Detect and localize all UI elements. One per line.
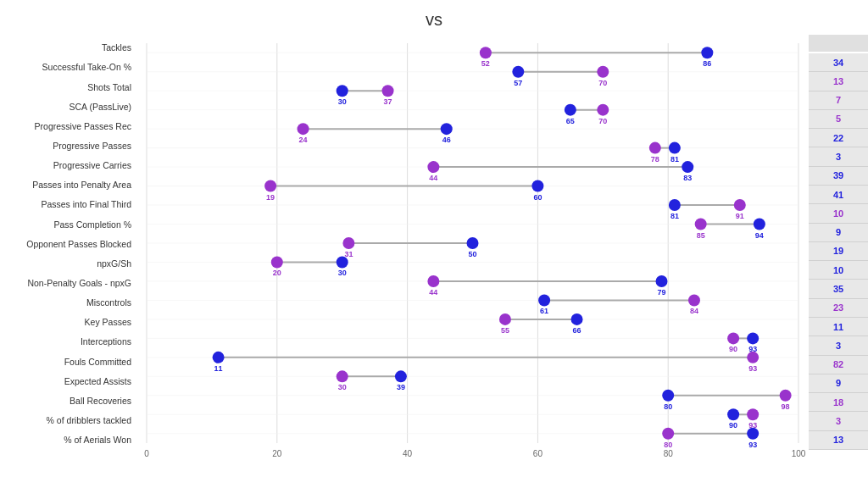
svg-text:30: 30 bbox=[338, 97, 347, 106]
svg-text:60: 60 bbox=[533, 193, 542, 202]
svg-point-50 bbox=[565, 104, 576, 116]
svg-point-120 bbox=[395, 370, 407, 382]
svg-point-94 bbox=[427, 275, 439, 287]
svg-text:100: 100 bbox=[792, 449, 806, 458]
svg-text:93: 93 bbox=[748, 441, 757, 449]
metric-label: Passes into Final Third bbox=[0, 197, 136, 214]
metric-label: Progressive Passes bbox=[0, 137, 136, 154]
svg-point-49 bbox=[597, 104, 609, 116]
svg-text:20: 20 bbox=[273, 269, 281, 277]
chart-container: vs TacklesSuccessful Take-On %Shots Tota… bbox=[0, 0, 868, 488]
svg-point-45 bbox=[337, 85, 348, 97]
metric-label: Expected Assists bbox=[0, 373, 136, 390]
metric-label: Ball Recoveries bbox=[0, 392, 136, 409]
svg-text:84: 84 bbox=[690, 307, 698, 315]
metric-label: Successful Take-On % bbox=[0, 59, 136, 76]
chart-body: TacklesSuccessful Take-On %Shots TotalSC… bbox=[0, 35, 868, 474]
metric-label: Pass Completion % bbox=[0, 216, 136, 233]
svg-point-40 bbox=[512, 66, 524, 78]
diff-value: 13 bbox=[809, 431, 868, 450]
labels-column: TacklesSuccessful Take-On %Shots TotalSC… bbox=[0, 35, 140, 474]
svg-point-104 bbox=[499, 313, 511, 325]
svg-text:79: 79 bbox=[658, 288, 666, 297]
svg-text:55: 55 bbox=[501, 326, 509, 335]
diff-value: 5 bbox=[809, 110, 868, 129]
difference-column: 34137522339411091910352311382918313 bbox=[809, 35, 868, 474]
plot-area: 0204060801005286705737307065244678814483… bbox=[140, 35, 809, 474]
svg-text:66: 66 bbox=[573, 326, 581, 335]
diff-value: 39 bbox=[809, 167, 868, 186]
svg-text:11: 11 bbox=[214, 364, 223, 373]
diff-value: 9 bbox=[809, 374, 868, 393]
svg-text:78: 78 bbox=[651, 155, 659, 164]
svg-text:61: 61 bbox=[540, 307, 548, 315]
svg-point-124 bbox=[780, 390, 792, 402]
svg-point-60 bbox=[669, 142, 681, 154]
svg-text:39: 39 bbox=[397, 383, 405, 391]
chart-title: vs bbox=[0, 10, 868, 30]
svg-text:80: 80 bbox=[664, 449, 674, 458]
svg-text:86: 86 bbox=[703, 59, 711, 68]
svg-text:0: 0 bbox=[144, 449, 149, 458]
svg-text:80: 80 bbox=[664, 441, 672, 449]
svg-point-114 bbox=[747, 352, 759, 363]
svg-text:20: 20 bbox=[272, 449, 282, 458]
diff-value: 13 bbox=[809, 72, 868, 91]
title-area: vs bbox=[0, 0, 868, 35]
metric-label: Tackles bbox=[0, 40, 136, 57]
svg-text:65: 65 bbox=[566, 117, 575, 125]
diff-value: 35 bbox=[809, 280, 868, 298]
svg-text:90: 90 bbox=[729, 345, 737, 353]
svg-point-44 bbox=[382, 85, 394, 97]
svg-point-115 bbox=[213, 352, 225, 363]
metric-label: Opponent Passes Blocked bbox=[0, 236, 136, 252]
svg-point-130 bbox=[727, 408, 739, 420]
metric-label: SCA (PassLive) bbox=[0, 98, 136, 115]
diff-value: 3 bbox=[809, 336, 868, 355]
svg-point-99 bbox=[688, 294, 700, 306]
svg-point-65 bbox=[682, 161, 693, 173]
metric-label: Key Passes bbox=[0, 314, 136, 331]
svg-point-89 bbox=[271, 256, 283, 268]
svg-text:98: 98 bbox=[782, 402, 790, 411]
svg-text:37: 37 bbox=[384, 97, 392, 106]
svg-text:93: 93 bbox=[748, 364, 757, 373]
svg-point-74 bbox=[734, 199, 746, 211]
svg-point-95 bbox=[656, 275, 668, 287]
diff-value: 22 bbox=[809, 129, 868, 147]
metric-label: Interceptions bbox=[0, 334, 136, 351]
svg-point-85 bbox=[467, 237, 479, 249]
svg-text:19: 19 bbox=[266, 193, 275, 202]
svg-text:44: 44 bbox=[429, 288, 437, 297]
svg-point-54 bbox=[298, 123, 309, 135]
svg-text:30: 30 bbox=[338, 269, 347, 277]
svg-text:31: 31 bbox=[344, 250, 353, 258]
svg-point-80 bbox=[754, 219, 765, 230]
svg-text:24: 24 bbox=[299, 136, 308, 144]
diff-value: 3 bbox=[809, 147, 868, 166]
svg-point-105 bbox=[571, 313, 583, 325]
svg-text:60: 60 bbox=[533, 449, 543, 458]
svg-point-34 bbox=[480, 47, 492, 58]
svg-text:30: 30 bbox=[338, 383, 347, 391]
svg-text:91: 91 bbox=[736, 212, 744, 220]
svg-text:40: 40 bbox=[403, 449, 413, 458]
svg-point-35 bbox=[701, 47, 713, 58]
diff-rows: 34137522339411091910352311382918313 bbox=[809, 53, 868, 450]
svg-point-75 bbox=[669, 199, 681, 211]
svg-point-135 bbox=[747, 428, 759, 440]
svg-point-84 bbox=[342, 237, 354, 249]
diff-value: 10 bbox=[809, 261, 868, 280]
diff-value: 9 bbox=[809, 224, 868, 242]
diff-value: 18 bbox=[809, 393, 868, 412]
svg-point-125 bbox=[662, 390, 674, 402]
svg-point-70 bbox=[531, 180, 543, 192]
metric-label: Miscontrols bbox=[0, 294, 136, 311]
diff-value: 7 bbox=[809, 92, 868, 110]
svg-text:83: 83 bbox=[683, 174, 692, 182]
metric-label: Shots Total bbox=[0, 79, 136, 96]
svg-text:85: 85 bbox=[697, 231, 705, 240]
diff-value: 11 bbox=[809, 318, 868, 336]
diff-value: 34 bbox=[809, 53, 868, 72]
metric-label: Progressive Carries bbox=[0, 157, 136, 174]
